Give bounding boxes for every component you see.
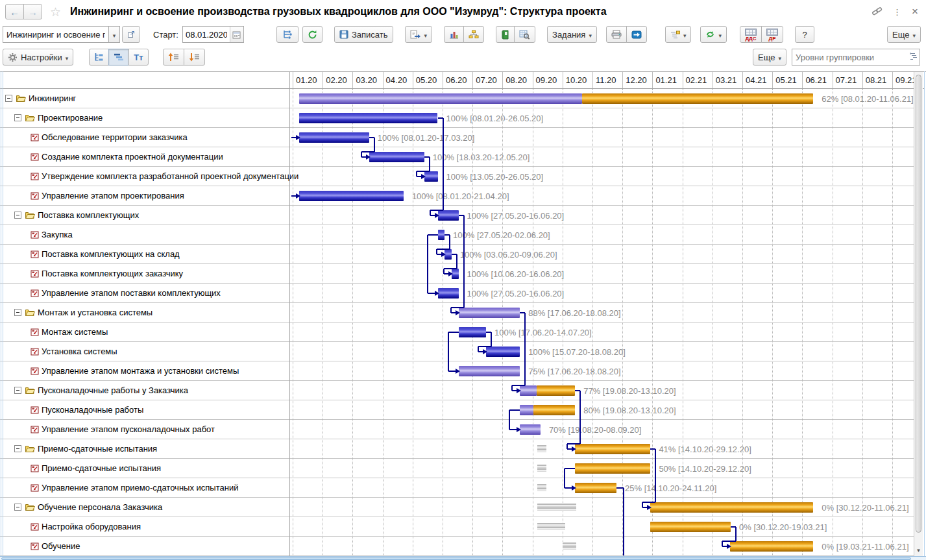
project-structure-button[interactable] (276, 26, 299, 43)
project-combo-dropdown[interactable] (108, 26, 120, 43)
task-row[interactable]: Пусконаладочные работы (0, 400, 922, 420)
task-name[interactable]: Управление этапом поставки комплектующих (42, 288, 221, 298)
chart-view-button[interactable] (444, 26, 464, 43)
gantt-bar[interactable] (299, 93, 581, 104)
task-name[interactable]: Монтаж системы (42, 327, 108, 337)
task-name[interactable]: Проектирование (38, 113, 103, 123)
gantt-bar[interactable] (299, 191, 404, 201)
back-button[interactable]: ← (5, 4, 24, 19)
gantt-bar[interactable] (575, 463, 650, 474)
print-button[interactable] (606, 26, 627, 43)
gantt-bar[interactable] (650, 522, 731, 532)
task-row[interactable]: Управление этапом приемо-сдаточных испыт… (0, 478, 922, 498)
expander-icon[interactable] (14, 504, 21, 511)
expander-icon[interactable] (5, 95, 12, 102)
gantt-bar[interactable] (520, 424, 541, 435)
grouping-levels-icon[interactable] (910, 52, 918, 62)
gantt-bar[interactable] (650, 502, 813, 513)
horizontal-scrollbar-thumb[interactable] (1, 557, 911, 560)
gantt-bar[interactable] (459, 366, 520, 376)
task-row[interactable]: Управление этапом пусконаладочных работ (0, 420, 922, 439)
help-button[interactable]: ? (795, 26, 814, 43)
task-name[interactable]: Настройка оборудования (42, 522, 141, 531)
task-row[interactable]: Пусконаладочные работы у Заказчика (0, 381, 922, 400)
task-row[interactable]: Приемо-сдаточные испытания (0, 439, 922, 459)
vertical-scrollbar[interactable]: ▼ (914, 72, 923, 556)
close-icon[interactable]: × (912, 5, 918, 18)
horizontal-scrollbar[interactable] (0, 556, 926, 560)
gantt-bar[interactable] (575, 444, 650, 454)
grouping-dropdown-button[interactable] (665, 26, 692, 43)
task-name[interactable]: Утверждение комплекта разработанной прое… (42, 171, 299, 181)
save-button[interactable]: Записать (334, 26, 393, 43)
task-name[interactable]: Управление этапом пусконаладочных работ (42, 424, 215, 434)
task-name[interactable]: Обследование территории заказчика (42, 132, 188, 142)
gantt-bar[interactable] (438, 230, 445, 240)
export-dropdown-button[interactable] (405, 26, 433, 43)
gantt-bar[interactable] (369, 152, 424, 162)
gantt-bar[interactable] (299, 132, 369, 143)
favorite-star-icon[interactable]: ☆ (50, 6, 61, 18)
titles-view-toggle[interactable]: Тт (128, 49, 148, 66)
scroll-down-arrow[interactable]: ▼ (914, 546, 923, 555)
gantt-bar[interactable] (730, 541, 814, 552)
task-name[interactable]: Поставка комплектующих на склад (42, 249, 180, 259)
gantt-bar[interactable] (533, 405, 575, 415)
tree-chart-splitter[interactable] (289, 71, 290, 556)
tree-view-toggle[interactable] (89, 49, 109, 66)
task-name[interactable]: Обучение (42, 541, 80, 551)
expander-icon[interactable] (14, 387, 21, 394)
dr-report-button[interactable]: ДР (761, 26, 783, 43)
expander-icon[interactable] (14, 445, 21, 452)
dds-report-button[interactable]: ДДС (740, 26, 762, 43)
settings-more-button[interactable]: Еще (753, 49, 786, 66)
gantt-bar[interactable] (537, 385, 575, 396)
levels-view-toggle[interactable] (108, 49, 129, 66)
task-name[interactable]: Обучение персонала Заказчика (38, 502, 162, 512)
gantt-bar[interactable] (520, 385, 537, 396)
gantt-bar[interactable] (438, 210, 459, 221)
task-name[interactable]: Управление этапом монтажа и установки си… (42, 366, 239, 376)
calendar-button[interactable] (230, 27, 243, 42)
task-name[interactable]: Монтаж и установка системы (38, 308, 152, 317)
task-name[interactable]: Приемо-сдаточные испытания (42, 463, 161, 473)
gantt-bar[interactable] (424, 171, 438, 182)
expander-icon[interactable] (14, 309, 21, 316)
expander-icon[interactable] (14, 114, 21, 121)
move-up-button[interactable] (163, 49, 184, 66)
sync-dropdown-button[interactable] (700, 26, 727, 43)
task-name[interactable]: Инжиниринг (29, 93, 76, 103)
task-name[interactable]: Управление этапом приемо-сдаточных испыт… (42, 483, 238, 493)
gantt-bar[interactable] (520, 405, 533, 415)
task-name[interactable]: Пусконаладочные работы (42, 405, 143, 415)
settings-button[interactable]: Настройки (3, 49, 73, 66)
task-row[interactable]: Установка системы (0, 342, 922, 361)
project-input[interactable] (3, 26, 108, 43)
task-name[interactable]: Поставка комплектующих (38, 210, 139, 220)
link-icon[interactable] (871, 6, 883, 18)
task-row[interactable]: Приемо-сдаточные испытания (0, 459, 922, 478)
task-name[interactable]: Закупка (42, 230, 73, 239)
tasks-dropdown-button[interactable]: Задания (547, 26, 597, 43)
gantt-bar[interactable] (575, 483, 616, 493)
vertical-scrollbar-thumb[interactable] (916, 75, 921, 533)
task-name[interactable]: Приемо-сдаточные испытания (38, 444, 157, 454)
forward-button[interactable]: → (23, 4, 42, 19)
task-row[interactable]: Поставка комплектующих заказчику (0, 264, 922, 284)
task-name[interactable]: Установка системы (42, 347, 117, 356)
start-date-input[interactable] (183, 27, 230, 42)
grouping-levels-input[interactable] (792, 49, 920, 66)
task-name[interactable]: Управление этапом проектирования (42, 191, 184, 201)
import-button[interactable] (626, 26, 647, 43)
more-button[interactable]: Еще (887, 26, 921, 43)
refresh-button[interactable] (302, 26, 323, 43)
task-name[interactable]: Создание комплекта проектной документаци… (42, 152, 223, 162)
gantt-bar[interactable] (459, 327, 486, 337)
structure-view-button[interactable] (463, 26, 484, 43)
task-name[interactable]: Пусконаладочные работы у Заказчика (38, 385, 188, 395)
gantt-bar[interactable] (438, 288, 459, 298)
gantt-bar[interactable] (582, 93, 814, 104)
gantt-bar[interactable] (459, 308, 520, 318)
gantt-bar[interactable] (486, 347, 520, 357)
task-name[interactable]: Поставка комплектующих заказчику (42, 269, 183, 278)
